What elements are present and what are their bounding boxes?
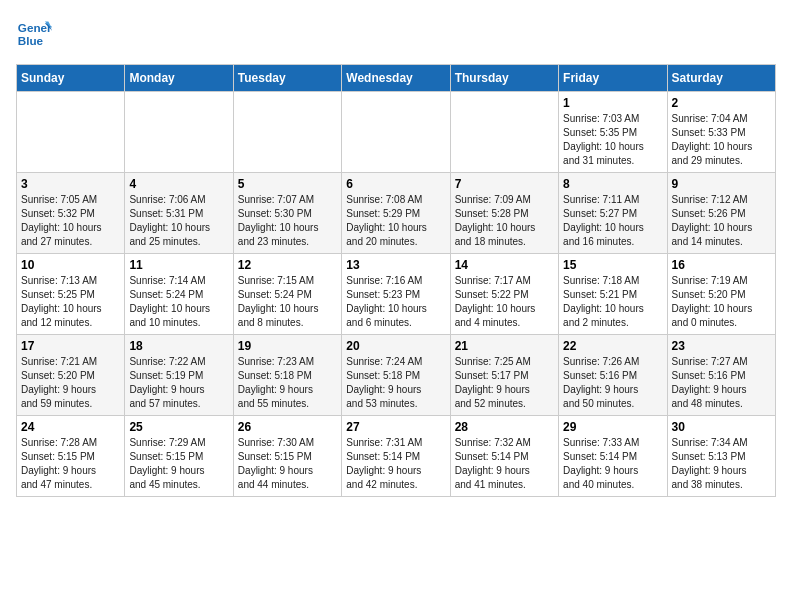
day-info: Sunrise: 7:29 AMSunset: 5:15 PMDaylight:… (129, 436, 228, 492)
calendar-cell: 2Sunrise: 7:04 AMSunset: 5:33 PMDaylight… (667, 92, 775, 173)
day-number: 30 (672, 420, 771, 434)
day-info: Sunrise: 7:28 AMSunset: 5:15 PMDaylight:… (21, 436, 120, 492)
day-number: 23 (672, 339, 771, 353)
weekday-header-thursday: Thursday (450, 65, 558, 92)
day-info: Sunrise: 7:27 AMSunset: 5:16 PMDaylight:… (672, 355, 771, 411)
weekday-header-monday: Monday (125, 65, 233, 92)
day-info: Sunrise: 7:12 AMSunset: 5:26 PMDaylight:… (672, 193, 771, 249)
day-info: Sunrise: 7:19 AMSunset: 5:20 PMDaylight:… (672, 274, 771, 330)
calendar-cell: 4Sunrise: 7:06 AMSunset: 5:31 PMDaylight… (125, 173, 233, 254)
day-number: 15 (563, 258, 662, 272)
day-info: Sunrise: 7:21 AMSunset: 5:20 PMDaylight:… (21, 355, 120, 411)
day-number: 8 (563, 177, 662, 191)
day-info: Sunrise: 7:15 AMSunset: 5:24 PMDaylight:… (238, 274, 337, 330)
calendar-cell: 16Sunrise: 7:19 AMSunset: 5:20 PMDayligh… (667, 254, 775, 335)
day-info: Sunrise: 7:33 AMSunset: 5:14 PMDaylight:… (563, 436, 662, 492)
calendar-header-row: SundayMondayTuesdayWednesdayThursdayFrid… (17, 65, 776, 92)
day-number: 25 (129, 420, 228, 434)
logo-icon: General Blue (16, 16, 52, 52)
day-number: 5 (238, 177, 337, 191)
weekday-header-sunday: Sunday (17, 65, 125, 92)
calendar-cell: 1Sunrise: 7:03 AMSunset: 5:35 PMDaylight… (559, 92, 667, 173)
day-number: 2 (672, 96, 771, 110)
day-info: Sunrise: 7:13 AMSunset: 5:25 PMDaylight:… (21, 274, 120, 330)
day-number: 4 (129, 177, 228, 191)
day-info: Sunrise: 7:16 AMSunset: 5:23 PMDaylight:… (346, 274, 445, 330)
calendar-cell: 20Sunrise: 7:24 AMSunset: 5:18 PMDayligh… (342, 335, 450, 416)
calendar-table: SundayMondayTuesdayWednesdayThursdayFrid… (16, 64, 776, 497)
day-number: 26 (238, 420, 337, 434)
day-info: Sunrise: 7:11 AMSunset: 5:27 PMDaylight:… (563, 193, 662, 249)
weekday-header-tuesday: Tuesday (233, 65, 341, 92)
day-info: Sunrise: 7:32 AMSunset: 5:14 PMDaylight:… (455, 436, 554, 492)
calendar-cell (450, 92, 558, 173)
calendar-week-row: 10Sunrise: 7:13 AMSunset: 5:25 PMDayligh… (17, 254, 776, 335)
calendar-week-row: 1Sunrise: 7:03 AMSunset: 5:35 PMDaylight… (17, 92, 776, 173)
calendar-cell: 3Sunrise: 7:05 AMSunset: 5:32 PMDaylight… (17, 173, 125, 254)
weekday-header-friday: Friday (559, 65, 667, 92)
calendar-cell: 28Sunrise: 7:32 AMSunset: 5:14 PMDayligh… (450, 416, 558, 497)
calendar-cell: 17Sunrise: 7:21 AMSunset: 5:20 PMDayligh… (17, 335, 125, 416)
calendar-cell: 15Sunrise: 7:18 AMSunset: 5:21 PMDayligh… (559, 254, 667, 335)
calendar-cell: 29Sunrise: 7:33 AMSunset: 5:14 PMDayligh… (559, 416, 667, 497)
day-info: Sunrise: 7:06 AMSunset: 5:31 PMDaylight:… (129, 193, 228, 249)
day-info: Sunrise: 7:22 AMSunset: 5:19 PMDaylight:… (129, 355, 228, 411)
day-info: Sunrise: 7:05 AMSunset: 5:32 PMDaylight:… (21, 193, 120, 249)
day-number: 27 (346, 420, 445, 434)
day-number: 16 (672, 258, 771, 272)
calendar-cell: 7Sunrise: 7:09 AMSunset: 5:28 PMDaylight… (450, 173, 558, 254)
calendar-cell: 25Sunrise: 7:29 AMSunset: 5:15 PMDayligh… (125, 416, 233, 497)
day-number: 1 (563, 96, 662, 110)
day-info: Sunrise: 7:03 AMSunset: 5:35 PMDaylight:… (563, 112, 662, 168)
day-number: 10 (21, 258, 120, 272)
day-number: 9 (672, 177, 771, 191)
day-info: Sunrise: 7:25 AMSunset: 5:17 PMDaylight:… (455, 355, 554, 411)
weekday-header-wednesday: Wednesday (342, 65, 450, 92)
day-info: Sunrise: 7:14 AMSunset: 5:24 PMDaylight:… (129, 274, 228, 330)
day-info: Sunrise: 7:30 AMSunset: 5:15 PMDaylight:… (238, 436, 337, 492)
page-header: General Blue (16, 16, 776, 52)
day-number: 7 (455, 177, 554, 191)
day-number: 12 (238, 258, 337, 272)
calendar-cell (17, 92, 125, 173)
calendar-cell: 26Sunrise: 7:30 AMSunset: 5:15 PMDayligh… (233, 416, 341, 497)
calendar-cell: 27Sunrise: 7:31 AMSunset: 5:14 PMDayligh… (342, 416, 450, 497)
calendar-cell: 23Sunrise: 7:27 AMSunset: 5:16 PMDayligh… (667, 335, 775, 416)
day-number: 18 (129, 339, 228, 353)
day-info: Sunrise: 7:04 AMSunset: 5:33 PMDaylight:… (672, 112, 771, 168)
calendar-cell: 19Sunrise: 7:23 AMSunset: 5:18 PMDayligh… (233, 335, 341, 416)
calendar-cell (125, 92, 233, 173)
day-info: Sunrise: 7:08 AMSunset: 5:29 PMDaylight:… (346, 193, 445, 249)
day-number: 3 (21, 177, 120, 191)
calendar-cell: 13Sunrise: 7:16 AMSunset: 5:23 PMDayligh… (342, 254, 450, 335)
svg-text:Blue: Blue (18, 34, 44, 47)
day-info: Sunrise: 7:18 AMSunset: 5:21 PMDaylight:… (563, 274, 662, 330)
calendar-week-row: 3Sunrise: 7:05 AMSunset: 5:32 PMDaylight… (17, 173, 776, 254)
day-number: 19 (238, 339, 337, 353)
day-number: 17 (21, 339, 120, 353)
day-number: 21 (455, 339, 554, 353)
weekday-header-saturday: Saturday (667, 65, 775, 92)
day-info: Sunrise: 7:34 AMSunset: 5:13 PMDaylight:… (672, 436, 771, 492)
calendar-cell: 12Sunrise: 7:15 AMSunset: 5:24 PMDayligh… (233, 254, 341, 335)
calendar-cell: 10Sunrise: 7:13 AMSunset: 5:25 PMDayligh… (17, 254, 125, 335)
calendar-cell (233, 92, 341, 173)
day-info: Sunrise: 7:31 AMSunset: 5:14 PMDaylight:… (346, 436, 445, 492)
calendar-cell: 22Sunrise: 7:26 AMSunset: 5:16 PMDayligh… (559, 335, 667, 416)
day-number: 29 (563, 420, 662, 434)
calendar-cell: 8Sunrise: 7:11 AMSunset: 5:27 PMDaylight… (559, 173, 667, 254)
day-info: Sunrise: 7:17 AMSunset: 5:22 PMDaylight:… (455, 274, 554, 330)
calendar-cell (342, 92, 450, 173)
day-info: Sunrise: 7:09 AMSunset: 5:28 PMDaylight:… (455, 193, 554, 249)
day-number: 24 (21, 420, 120, 434)
day-info: Sunrise: 7:23 AMSunset: 5:18 PMDaylight:… (238, 355, 337, 411)
day-number: 6 (346, 177, 445, 191)
calendar-cell: 30Sunrise: 7:34 AMSunset: 5:13 PMDayligh… (667, 416, 775, 497)
day-info: Sunrise: 7:26 AMSunset: 5:16 PMDaylight:… (563, 355, 662, 411)
calendar-cell: 5Sunrise: 7:07 AMSunset: 5:30 PMDaylight… (233, 173, 341, 254)
day-number: 11 (129, 258, 228, 272)
day-number: 13 (346, 258, 445, 272)
calendar-cell: 6Sunrise: 7:08 AMSunset: 5:29 PMDaylight… (342, 173, 450, 254)
day-number: 22 (563, 339, 662, 353)
day-number: 20 (346, 339, 445, 353)
